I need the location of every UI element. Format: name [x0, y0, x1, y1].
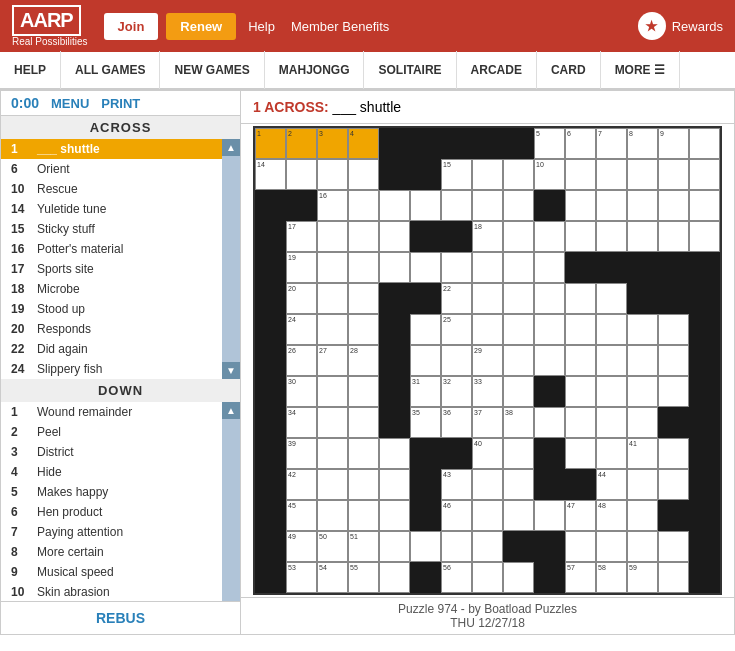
cell-12-10[interactable]: 47	[565, 500, 596, 531]
cell-14-14[interactable]	[689, 562, 720, 593]
cell-7-8[interactable]	[503, 345, 534, 376]
cell-11-4[interactable]	[379, 469, 410, 500]
cell-9-10[interactable]	[565, 407, 596, 438]
cell-7-3[interactable]: 28	[348, 345, 379, 376]
rewards-btn[interactable]: ★ Rewards	[638, 12, 723, 40]
cell-7-10[interactable]	[565, 345, 596, 376]
cell-11-11[interactable]: 44	[596, 469, 627, 500]
cell-0-3[interactable]: 4	[348, 128, 379, 159]
member-benefits-link[interactable]: Member Benefits	[291, 19, 389, 34]
clue-across-15[interactable]: 15 Sticky stuff	[1, 219, 240, 239]
cell-12-8[interactable]	[503, 500, 534, 531]
cell-9-8[interactable]: 38	[503, 407, 534, 438]
clue-down-2[interactable]: 2 Peel	[1, 422, 240, 442]
cell-14-6[interactable]: 56	[441, 562, 472, 593]
cell-4-3[interactable]	[348, 252, 379, 283]
clue-across-18[interactable]: 18 Microbe	[1, 279, 240, 299]
cell-8-11[interactable]	[596, 376, 627, 407]
cell-10-13[interactable]	[658, 438, 689, 469]
cell-8-4[interactable]	[379, 376, 410, 407]
cell-3-4[interactable]	[379, 221, 410, 252]
clue-across-19[interactable]: 19 Stood up	[1, 299, 240, 319]
cell-0-10[interactable]: 6	[565, 128, 596, 159]
cell-11-12[interactable]	[627, 469, 658, 500]
cell-9-9[interactable]	[534, 407, 565, 438]
cell-14-4[interactable]	[379, 562, 410, 593]
cell-14-5[interactable]	[410, 562, 441, 593]
cell-11-13[interactable]	[658, 469, 689, 500]
cell-8-0[interactable]	[255, 376, 286, 407]
cell-0-13[interactable]: 9	[658, 128, 689, 159]
cell-10-10[interactable]	[565, 438, 596, 469]
cell-12-14[interactable]	[689, 500, 720, 531]
cell-3-12[interactable]	[627, 221, 658, 252]
cell-11-0[interactable]	[255, 469, 286, 500]
cell-5-14[interactable]	[689, 283, 720, 314]
cell-10-1[interactable]: 39	[286, 438, 317, 469]
cell-12-4[interactable]	[379, 500, 410, 531]
clue-across-1[interactable]: 1 ___ shuttle	[1, 139, 240, 159]
cell-1-7[interactable]	[472, 159, 503, 190]
cell-14-3[interactable]: 55	[348, 562, 379, 593]
cell-3-6[interactable]	[441, 221, 472, 252]
clue-down-1[interactable]: 1 Wound remainder	[1, 402, 240, 422]
cell-10-0[interactable]	[255, 438, 286, 469]
nav-solitaire[interactable]: SOLITAIRE	[364, 51, 456, 89]
cell-1-10[interactable]	[565, 159, 596, 190]
scroll-up-arrow[interactable]: ▲	[222, 139, 240, 156]
cell-5-4[interactable]	[379, 283, 410, 314]
cell-7-5[interactable]	[410, 345, 441, 376]
cell-12-13[interactable]	[658, 500, 689, 531]
cell-7-0[interactable]	[255, 345, 286, 376]
cell-6-3[interactable]	[348, 314, 379, 345]
cell-4-13[interactable]	[658, 252, 689, 283]
cell-13-2[interactable]: 50	[317, 531, 348, 562]
cell-12-7[interactable]	[472, 500, 503, 531]
cell-10-3[interactable]	[348, 438, 379, 469]
cell-2-2[interactable]: 16	[317, 190, 348, 221]
cell-14-9[interactable]	[534, 562, 565, 593]
down-scroll[interactable]: ▲ ▼	[222, 402, 240, 601]
cell-5-5[interactable]	[410, 283, 441, 314]
cell-9-6[interactable]: 36	[441, 407, 472, 438]
cell-12-2[interactable]	[317, 500, 348, 531]
cell-5-0[interactable]	[255, 283, 286, 314]
cell-5-1[interactable]: 20	[286, 283, 317, 314]
cell-1-0[interactable]: 14	[255, 159, 286, 190]
cell-9-12[interactable]	[627, 407, 658, 438]
clue-across-17[interactable]: 17 Sports site	[1, 259, 240, 279]
cell-9-13[interactable]	[658, 407, 689, 438]
cell-6-2[interactable]	[317, 314, 348, 345]
cell-12-9[interactable]	[534, 500, 565, 531]
cell-8-9[interactable]	[534, 376, 565, 407]
down-scroll-up[interactable]: ▲	[222, 402, 240, 419]
cell-14-2[interactable]: 54	[317, 562, 348, 593]
crossword-grid[interactable]: 1234567891415101617181920222425262728293…	[253, 126, 722, 595]
cell-11-2[interactable]	[317, 469, 348, 500]
cell-5-3[interactable]	[348, 283, 379, 314]
cell-6-9[interactable]	[534, 314, 565, 345]
cell-6-0[interactable]	[255, 314, 286, 345]
cell-8-2[interactable]	[317, 376, 348, 407]
cell-2-12[interactable]	[627, 190, 658, 221]
cell-6-11[interactable]	[596, 314, 627, 345]
cell-14-1[interactable]: 53	[286, 562, 317, 593]
cell-3-2[interactable]	[317, 221, 348, 252]
cell-4-14[interactable]	[689, 252, 720, 283]
cell-4-10[interactable]	[565, 252, 596, 283]
cell-3-5[interactable]	[410, 221, 441, 252]
cell-12-0[interactable]	[255, 500, 286, 531]
join-button[interactable]: Join	[104, 13, 159, 40]
cell-12-12[interactable]	[627, 500, 658, 531]
cell-9-4[interactable]	[379, 407, 410, 438]
cell-0-8[interactable]	[503, 128, 534, 159]
cell-12-6[interactable]: 46	[441, 500, 472, 531]
cell-13-6[interactable]	[441, 531, 472, 562]
cell-12-11[interactable]: 48	[596, 500, 627, 531]
cell-2-3[interactable]	[348, 190, 379, 221]
cell-5-13[interactable]	[658, 283, 689, 314]
cell-10-9[interactable]	[534, 438, 565, 469]
cell-1-2[interactable]	[317, 159, 348, 190]
cell-11-6[interactable]: 43	[441, 469, 472, 500]
cell-9-2[interactable]	[317, 407, 348, 438]
